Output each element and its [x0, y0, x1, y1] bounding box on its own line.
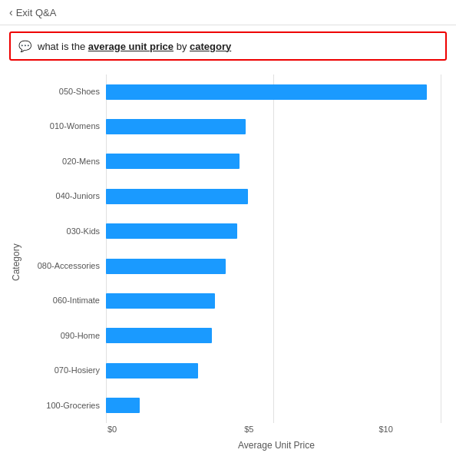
category-label: 090-Home [21, 325, 100, 346]
x-tick: $10 [378, 425, 392, 434]
back-chevron-icon: ‹ [9, 6, 13, 18]
bar-row [106, 395, 441, 416]
bar-row [106, 360, 441, 382]
query-box[interactable]: 💬 what is the average unit price by cate… [9, 31, 447, 61]
category-label: 100-Groceries [21, 395, 100, 416]
chart-inner: 050-Shoes010-Womens020-Mens040-Juniors03… [21, 74, 441, 451]
category-label: 030-Kids [21, 220, 100, 242]
category-label: 020-Mens [21, 150, 100, 172]
top-bar: ‹ Exit Q&A [0, 0, 456, 25]
chat-icon: 💬 [18, 40, 31, 52]
bar-row [106, 325, 441, 346]
x-axis-label: Average Unit Price [112, 440, 441, 451]
bar-row [106, 116, 441, 137]
chart-container: Category 050-Shoes010-Womens020-Mens040-… [8, 74, 441, 451]
grid-line [441, 74, 441, 423]
bar-row [106, 81, 441, 103]
bar-row [106, 150, 441, 172]
bar[interactable] [106, 119, 246, 134]
bars-and-grid [106, 74, 441, 423]
bar[interactable] [106, 398, 140, 413]
bar-row [106, 290, 441, 312]
query-text: what is the average unit price by catego… [38, 41, 231, 52]
bar-row [106, 186, 441, 207]
category-labels: 050-Shoes010-Womens020-Mens040-Juniors03… [21, 74, 106, 423]
y-axis-label: Category [8, 74, 21, 451]
bars-section: 050-Shoes010-Womens020-Mens040-Juniors03… [21, 74, 441, 423]
bar-row [106, 256, 441, 277]
bar[interactable] [106, 293, 215, 309]
category-label: 040-Juniors [21, 186, 100, 207]
bar-row [106, 220, 441, 242]
category-label: 010-Womens [21, 116, 100, 137]
bar[interactable] [106, 223, 237, 239]
x-axis: $0$5$10 [112, 423, 441, 437]
chart-area: Category 050-Shoes010-Womens020-Mens040-… [0, 67, 456, 466]
bar[interactable] [106, 154, 240, 169]
bar[interactable] [106, 259, 226, 274]
exit-qa-label: Exit Q&A [16, 7, 57, 18]
bar[interactable] [106, 189, 248, 204]
category-label: 070-Hosiery [21, 360, 100, 382]
category-label: 060-Intimate [21, 290, 100, 312]
bar[interactable] [106, 84, 427, 100]
x-tick: $5 [244, 425, 253, 434]
x-tick: $0 [107, 425, 117, 434]
back-button[interactable]: ‹ Exit Q&A [9, 6, 56, 18]
category-label: 050-Shoes [21, 81, 100, 103]
bars-list [106, 74, 441, 423]
bar[interactable] [106, 363, 198, 378]
bar[interactable] [106, 328, 212, 343]
category-label: 080-Accessories [21, 256, 100, 277]
